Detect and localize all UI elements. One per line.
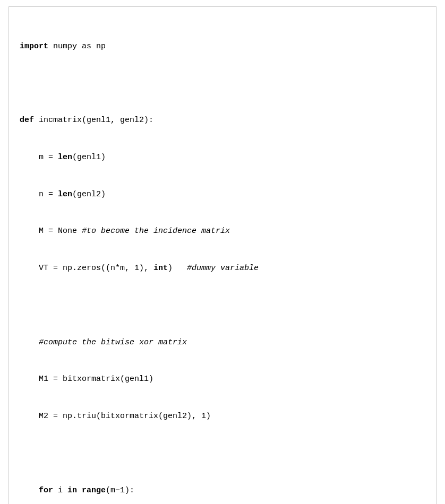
keyword-def: def bbox=[20, 116, 34, 125]
code-text: np bbox=[91, 42, 106, 51]
keyword-import: import bbox=[20, 42, 48, 51]
code-line bbox=[20, 299, 425, 311]
code-line: n = len(genl2) bbox=[20, 188, 425, 201]
code-text bbox=[77, 486, 82, 495]
code-indent bbox=[20, 486, 39, 495]
code-text: M1 = bitxormatrix(genl1) bbox=[20, 375, 153, 384]
keyword-int: int bbox=[153, 264, 168, 273]
code-text: M2 = np.triu(bitxormatrix(genl2), 1) bbox=[20, 412, 211, 421]
code-line: M = None #to become the incidence matrix bbox=[20, 225, 425, 237]
code-line bbox=[20, 77, 425, 89]
code-line: def incmatrix(genl1, genl2): bbox=[20, 114, 425, 126]
code-line: #compute the bitwise xor matrix bbox=[20, 336, 425, 349]
code-text: incmatrix(genl1, genl2): bbox=[34, 116, 153, 125]
code-line: m = len(genl1) bbox=[20, 151, 425, 163]
code-text: i bbox=[53, 486, 67, 495]
code-line: for i in range(m−1): bbox=[20, 484, 425, 497]
keyword-len: len bbox=[58, 153, 72, 162]
code-text: m = bbox=[20, 153, 58, 162]
code-text-as: as bbox=[82, 42, 91, 51]
code-text: (genl1) bbox=[72, 153, 106, 162]
code-block: import numpy as np def incmatrix(genl1, … bbox=[8, 6, 437, 504]
code-text: numpy bbox=[48, 42, 82, 51]
code-line: M1 = bitxormatrix(genl1) bbox=[20, 373, 425, 385]
keyword-for1: for bbox=[39, 486, 53, 495]
code-text: M = None bbox=[20, 227, 82, 236]
code-text: VT = np.zeros((n*m, 1), bbox=[20, 264, 153, 273]
comment-bitwise: #compute the bitwise xor matrix bbox=[39, 338, 187, 347]
code-line: M2 = np.triu(bitxormatrix(genl2), 1) bbox=[20, 410, 425, 422]
keyword-range1: range bbox=[82, 486, 106, 495]
code-text: ) bbox=[168, 264, 187, 273]
comment-incidence: #to become the incidence matrix bbox=[82, 227, 230, 236]
keyword-len: len bbox=[58, 190, 72, 199]
code-text: n = bbox=[20, 190, 58, 199]
code-line: VT = np.zeros((n*m, 1), int) #dummy vari… bbox=[20, 262, 425, 274]
comment-dummy: #dummy variable bbox=[187, 264, 259, 273]
keyword-in1: in bbox=[67, 486, 77, 495]
code-indent bbox=[20, 338, 39, 347]
code-text: (m−1): bbox=[106, 486, 134, 495]
code-line bbox=[20, 447, 425, 459]
code-text: (genl2) bbox=[72, 190, 106, 199]
code-line: import numpy as np bbox=[20, 40, 425, 53]
